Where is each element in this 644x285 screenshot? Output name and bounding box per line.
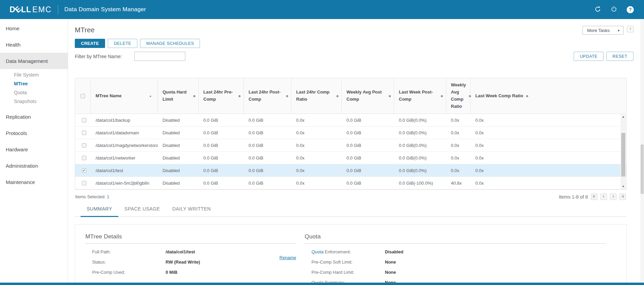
sidebar-item-maintenance[interactable]: Maintenance (0, 174, 68, 190)
row-checkbox[interactable] (82, 131, 86, 135)
cell: 0.0x (291, 155, 342, 161)
table-row[interactable]: /data/col1/win-5m2jbl0gb8n Disabled0.0 G… (75, 177, 626, 189)
quota-link[interactable]: Quota (311, 249, 323, 254)
detail-row: Pre-Comp Used: 0 MiB (85, 267, 296, 277)
detail-value: None (385, 270, 396, 275)
tab-daily-written[interactable]: DAILY WRITTEN (166, 206, 217, 216)
dellemc-logo: DELL EMC (10, 5, 52, 14)
next-page-button[interactable] (610, 194, 616, 200)
create-button[interactable]: CREATE (75, 39, 105, 48)
cell: 0.0 GiB (342, 118, 394, 123)
row-checkbox[interactable] (82, 156, 86, 160)
last-page-icon (621, 194, 625, 199)
table-row[interactable]: ✓ /data/col1/test Disabled0.0 GiB0.0 GiB… (75, 164, 626, 177)
first-page-button[interactable] (591, 194, 597, 200)
table-scrollbar[interactable]: ▲ ▼ (621, 114, 626, 189)
column-header-last-week-comp-ratio[interactable]: Last Week Comp Ratio ◆ (471, 78, 626, 114)
detail-label: Pre-Comp Soft Limit: (305, 259, 385, 265)
row-checkbox[interactable] (82, 143, 86, 148)
sidebar-item-mtree[interactable]: MTree (0, 79, 68, 88)
table-row[interactable]: /data/col1/datadomain Disabled0.0 GiB0.0… (75, 127, 626, 139)
column-header-last-24hr-comp-ratio[interactable]: Last 24hr Comp Ratio ◆ (291, 78, 342, 114)
detail-value: /data/col1/test (166, 249, 195, 254)
table-row[interactable]: /data/col1/backup Disabled0.0 GiB0.0 GiB… (75, 114, 626, 127)
sidebar-item-health[interactable]: Health (0, 36, 68, 53)
row-checkbox[interactable] (82, 181, 86, 185)
cell: 0.0x (446, 118, 471, 123)
table-row[interactable]: /data/col1/networker Disabled0.0 GiB0.0 … (75, 152, 626, 164)
cell: Disabled (158, 130, 199, 135)
scroll-down-icon[interactable]: ▼ (622, 185, 625, 188)
manage-schedules-button[interactable]: MANAGE SCHEDULES (140, 39, 200, 48)
scroll-up-icon[interactable]: ▲ (622, 115, 625, 118)
tab-space-usage[interactable]: SPACE USAGE (118, 206, 166, 216)
sort-icon: ◆ (193, 94, 196, 98)
detail-tabs: SUMMARYSPACE USAGEDAILY WRITTEN (75, 206, 627, 217)
more-tasks-dropdown[interactable]: More Tasks ▾ (582, 26, 624, 35)
power-icon (611, 6, 617, 14)
prev-page-button[interactable] (600, 194, 607, 200)
page-scrollbar-thumb[interactable] (641, 145, 644, 194)
sidebar-item-hardware[interactable]: Hardware (0, 141, 68, 157)
help-button[interactable]: ? (627, 26, 633, 32)
main-content: MTree More Tasks ▾ ? CREATE DELETE MANAG… (68, 19, 644, 283)
sidebar-item-replication[interactable]: Replication (0, 108, 68, 125)
sort-icon: ◆ (286, 94, 288, 98)
select-all-checkbox[interactable] (81, 94, 85, 98)
scrollbar-thumb[interactable] (621, 133, 625, 177)
cell: 0.0 GiB (342, 130, 394, 135)
cell: Disabled (158, 181, 199, 186)
cell: 0.0 GiB(0.0%) (394, 168, 446, 173)
help-icon: ? (627, 6, 634, 13)
sidebar-item-quota[interactable]: Quota (0, 88, 68, 97)
items-selected-label: Items Selected: 1 (75, 194, 109, 199)
column-header-mtree-name[interactable]: MTree Name ▲ (91, 78, 158, 114)
sidebar-item-administration[interactable]: Administration (0, 157, 68, 174)
table-row[interactable]: /data/col1/magdynetworkerstorageunit1 Di… (75, 139, 626, 152)
cell: 0.0 GiB (244, 168, 291, 173)
row-checkbox[interactable] (82, 118, 86, 122)
update-button[interactable]: UPDATE (574, 52, 604, 61)
reset-button[interactable]: RESET (606, 52, 633, 61)
cell: 0.0 GiB (244, 143, 291, 148)
sidebar-item-snapshots[interactable]: Snapshots (0, 97, 68, 106)
detail-value: Disabled (385, 249, 403, 254)
cell: 0.0 GiB (244, 118, 291, 123)
cell: 0.0x (291, 143, 342, 148)
mtree-filter-input[interactable] (134, 52, 185, 61)
cell: 0.0x (471, 168, 626, 173)
sidebar-item-home[interactable]: Home (0, 20, 68, 36)
last-page-button[interactable] (620, 194, 626, 200)
detail-label: Quota Enforcement: (305, 249, 385, 254)
mtree-name-cell: /data/col1/test (91, 168, 158, 173)
sidebar-item-file-system[interactable]: File System (0, 70, 68, 79)
tab-summary[interactable]: SUMMARY (81, 206, 118, 217)
refresh-icon (594, 6, 601, 14)
power-button[interactable] (611, 6, 617, 14)
row-checkbox[interactable]: ✓ (82, 168, 86, 173)
detail-row: Pre-Comp Soft Limit: None (305, 257, 606, 267)
delete-button[interactable]: DELETE (108, 39, 137, 48)
sort-icon: ◆ (389, 94, 391, 98)
detail-label: Full Path: (85, 249, 166, 254)
column-header-last-24hr-pre-comp[interactable]: Last 24hr Pre-Comp ◆ (199, 78, 244, 114)
rename-link[interactable]: Rename (279, 255, 296, 260)
cell: 0.0 GiB (199, 130, 244, 135)
sidebar-item-protocols[interactable]: Protocols (0, 125, 68, 141)
help-menu-button[interactable]: ? (627, 6, 634, 13)
cell: 0.0 GiB (342, 168, 394, 173)
sidebar-item-data-management[interactable]: Data Management (0, 53, 68, 69)
column-header-weekly-avg-comp-ratio[interactable]: Weekly Avg Comp Ratio ◆ (446, 78, 471, 114)
column-header-quota-hard-limit[interactable]: Quota Hard Limit ◆ (158, 78, 199, 114)
quota-section: Quota Quota Enforcement: Disabled Pre-Co… (305, 233, 606, 285)
filter-label: Filter by MTree Name: (75, 54, 122, 59)
page-scrollbar[interactable] (640, 19, 644, 283)
refresh-button[interactable] (594, 6, 601, 14)
cell: 0.0x (471, 143, 626, 148)
column-header-last-24hr-post-comp[interactable]: Last 24hr Post-Comp ◆ (244, 78, 291, 114)
cell: 0.0x (446, 143, 471, 148)
mtree-name-cell: /data/col1/datadomain (91, 130, 158, 135)
column-header-weekly-avg-post-comp[interactable]: Weekly Avg Post Comp ◆ (342, 78, 394, 114)
cell: 0.0x (471, 181, 626, 186)
column-header-last-week-post-comp[interactable]: Last Week Post-Comp ◆ (394, 78, 446, 114)
